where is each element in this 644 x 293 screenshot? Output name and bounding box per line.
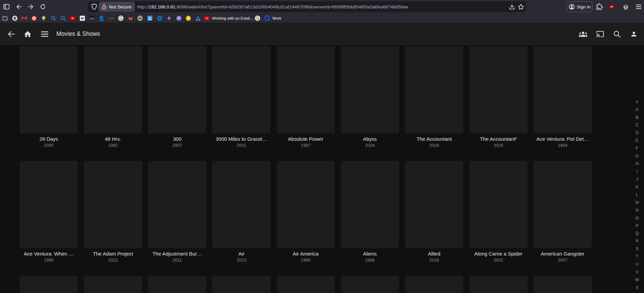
svg-text:uO: uO [610, 5, 613, 8]
svg-text:W: W [80, 16, 84, 20]
svg-text:S: S [187, 16, 190, 20]
svg-text:(A): (A) [90, 17, 94, 20]
svg-text:darin: darin [148, 17, 152, 18]
